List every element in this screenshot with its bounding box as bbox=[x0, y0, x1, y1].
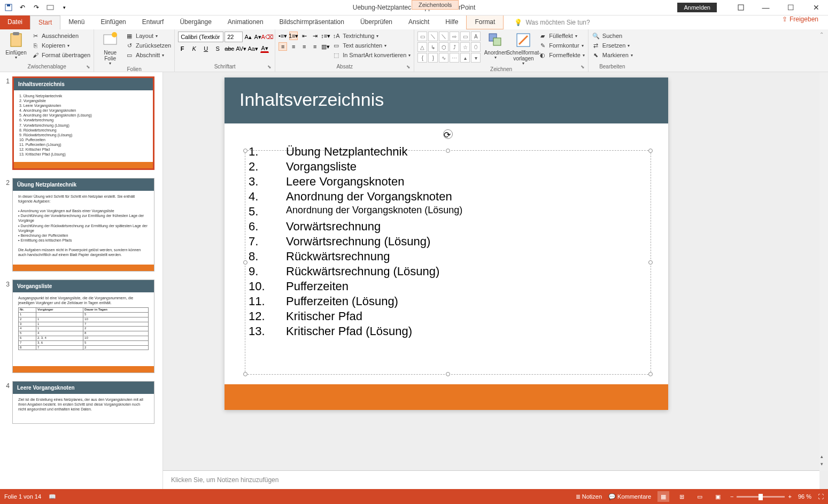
prev-slide-icon[interactable]: ▴ bbox=[821, 454, 827, 460]
section-button[interactable]: ▭Abschnitt▾ bbox=[125, 51, 171, 59]
zoom-out-icon[interactable]: − bbox=[730, 493, 733, 500]
arrange-button[interactable]: Anordnen▾ bbox=[483, 32, 508, 60]
shape-more-icon[interactable]: ⋯ bbox=[450, 53, 459, 63]
resize-handle[interactable] bbox=[648, 372, 653, 376]
char-spacing-icon[interactable]: AV▾ bbox=[237, 44, 245, 53]
align-right-icon[interactable]: ≡ bbox=[300, 42, 308, 51]
shape-effects-button[interactable]: ◐Formeffekte▾ bbox=[538, 51, 585, 59]
format-painter-button[interactable]: 🖌Format übertragen bbox=[31, 51, 90, 59]
shape-brace2-icon[interactable]: } bbox=[428, 53, 438, 63]
shape-callout-icon[interactable]: ⬯ bbox=[471, 42, 481, 52]
shape-fill-button[interactable]: ▰Fülleffekt▾ bbox=[538, 32, 585, 40]
shape-textbox-icon[interactable]: A bbox=[471, 32, 481, 41]
cut-button[interactable]: ✂Ausschneiden bbox=[31, 32, 90, 40]
tab-start[interactable]: Start bbox=[30, 15, 60, 29]
shape-brace-icon[interactable]: { bbox=[417, 53, 427, 63]
tab-design[interactable]: Entwurf bbox=[134, 15, 172, 29]
paste-button[interactable]: Einfügen▾ bbox=[3, 32, 29, 60]
tab-view[interactable]: Ansicht bbox=[400, 15, 437, 29]
shape-outline-button[interactable]: ✎Formkontur▾ bbox=[538, 41, 585, 50]
bullets-icon[interactable]: •≡▾ bbox=[278, 32, 287, 40]
resize-handle[interactable] bbox=[446, 372, 450, 376]
paragraph-launcher-icon[interactable]: ⬊ bbox=[406, 64, 413, 71]
shape-curve2-icon[interactable]: ∿ bbox=[439, 53, 448, 63]
notes-pane[interactable]: Klicken Sie, um Notizen hinzuzufügen bbox=[163, 470, 819, 489]
toc-item[interactable]: 12.Kritischer Pfad bbox=[249, 309, 644, 323]
slide-counter[interactable]: Folie 1 von 14 bbox=[4, 493, 41, 500]
toc-item[interactable]: 8.Rückwärtsrechnung bbox=[249, 250, 644, 263]
align-center-icon[interactable]: ≡ bbox=[289, 42, 298, 51]
shape-rect2-icon[interactable]: ▭ bbox=[460, 32, 470, 41]
font-name-combo[interactable] bbox=[178, 32, 223, 42]
shape-rect-icon[interactable]: ▭ bbox=[417, 32, 427, 41]
shape-line-icon[interactable]: ＼ bbox=[428, 32, 438, 41]
zoom-thumb[interactable] bbox=[759, 494, 763, 500]
reset-button[interactable]: ↺Zurücksetzen bbox=[125, 41, 171, 50]
shapes-gallery[interactable]: ▭＼＼⇨▭A △↳⬡⤴☆⬯ {}∿⋯▴▾ bbox=[417, 32, 481, 63]
strike-icon[interactable]: abc bbox=[225, 44, 234, 53]
drawing-launcher-icon[interactable]: ⬊ bbox=[581, 64, 587, 71]
tab-menu[interactable]: Menü bbox=[60, 15, 92, 29]
smartart-button[interactable]: ⬚In SmartArt konvertieren▾ bbox=[332, 51, 411, 59]
tab-help[interactable]: Hilfe bbox=[437, 15, 466, 29]
undo-icon[interactable]: ↶ bbox=[18, 3, 27, 12]
shape-hex-icon[interactable]: ⬡ bbox=[439, 42, 448, 52]
shadow-icon[interactable]: S bbox=[213, 44, 222, 53]
save-icon[interactable] bbox=[4, 3, 13, 12]
toc-item[interactable]: 1.Übung Netzplantechnik bbox=[249, 145, 644, 159]
toc-item[interactable]: 10.Pufferzeiten bbox=[249, 280, 644, 293]
redo-icon[interactable]: ↷ bbox=[32, 3, 41, 12]
sorter-view-icon[interactable]: ⊞ bbox=[676, 491, 687, 502]
thumb-slide-1[interactable]: Inhaltsverzeichnis 1. Übung Netzplantech… bbox=[12, 76, 154, 170]
dec-indent-icon[interactable]: ⇤ bbox=[300, 32, 308, 40]
maximize-icon[interactable]: ☐ bbox=[779, 0, 803, 15]
bold-icon[interactable]: F bbox=[178, 44, 187, 53]
grow-font-icon[interactable]: A▴ bbox=[244, 33, 252, 41]
toc-item[interactable]: 9.Rückwärtsrechnung (Lösung) bbox=[249, 265, 644, 278]
toc-item[interactable]: 3.Leere Vorgangsknoten bbox=[249, 175, 644, 189]
normal-view-icon[interactable]: ▦ bbox=[657, 491, 669, 502]
toc-item[interactable]: 5.Anordnung der Vorgangsknoten (Lösung) bbox=[249, 205, 644, 219]
shape-connector-icon[interactable]: ↳ bbox=[428, 42, 438, 52]
change-case-icon[interactable]: Aa▾ bbox=[249, 44, 257, 53]
tab-review[interactable]: Überprüfen bbox=[352, 15, 400, 29]
inc-indent-icon[interactable]: ⇥ bbox=[311, 32, 319, 40]
toc-item[interactable]: 6.Vorwärtsrechnung bbox=[249, 220, 644, 234]
select-button[interactable]: ⬉Markieren▾ bbox=[592, 51, 633, 59]
shape-triangle-icon[interactable]: △ bbox=[417, 42, 427, 52]
tab-insert[interactable]: Einfügen bbox=[92, 15, 134, 29]
zoom-level[interactable]: 96 % bbox=[798, 493, 811, 500]
toc-item[interactable]: 11.Pufferzeiten (Lösung) bbox=[249, 294, 644, 308]
new-slide-button[interactable]: Neue Folie▾ bbox=[97, 32, 123, 66]
align-text-button[interactable]: ▭Text ausrichten▾ bbox=[332, 41, 411, 50]
comments-toggle[interactable]: 💬 Kommentare bbox=[608, 493, 651, 500]
justify-icon[interactable]: ≡ bbox=[311, 42, 319, 51]
collapse-ribbon-icon[interactable]: ⌃ bbox=[815, 29, 828, 72]
slide-canvas[interactable]: Inhaltsverzeichnis ⟳ 1.Übung Netzplantec… bbox=[225, 77, 668, 410]
font-launcher-icon[interactable]: ⬊ bbox=[267, 64, 274, 71]
signin-button[interactable]: Anmelden bbox=[677, 3, 717, 12]
thumb-slide-2[interactable]: Übung Netzplantechnik In dieser Übung wi… bbox=[12, 178, 154, 272]
slide-content-list[interactable]: 1.Übung Netzplantechnik2.Vorgangsliste3.… bbox=[225, 123, 668, 345]
layout-button[interactable]: ▦Layout▾ bbox=[125, 32, 171, 40]
close-icon[interactable]: ✕ bbox=[804, 0, 828, 15]
qat-customize-icon[interactable]: ▾ bbox=[60, 3, 68, 12]
share-button[interactable]: ⇪ Freigeben bbox=[782, 15, 818, 23]
tab-file[interactable]: Datei bbox=[0, 15, 30, 29]
numbering-icon[interactable]: 1≡▾ bbox=[289, 32, 298, 40]
toc-item[interactable]: 4.Anordnung der Vorgangsknoten bbox=[249, 190, 644, 204]
copy-button[interactable]: ⎘Kopieren▾ bbox=[31, 41, 90, 50]
quick-styles-button[interactable]: Schnellformat-vorlagen▾ bbox=[510, 32, 536, 66]
columns-icon[interactable]: ▥▾ bbox=[321, 42, 330, 51]
next-slide-icon[interactable]: ▾ bbox=[821, 461, 827, 468]
shape-arrow-icon[interactable]: ⇨ bbox=[450, 32, 459, 41]
clear-formatting-icon[interactable]: A⌫ bbox=[263, 33, 272, 41]
zoom-in-icon[interactable]: + bbox=[788, 493, 791, 500]
spellcheck-icon[interactable]: 📖 bbox=[49, 493, 56, 500]
shape-line2-icon[interactable]: ＼ bbox=[439, 32, 448, 41]
slideshow-view-icon[interactable]: ▣ bbox=[712, 491, 724, 502]
vertical-scrollbar[interactable] bbox=[819, 72, 828, 470]
minimize-icon[interactable]: — bbox=[754, 0, 778, 15]
tab-slideshow[interactable]: Bildschirmpräsentation bbox=[272, 15, 352, 29]
slide-title[interactable]: Inhaltsverzeichnis bbox=[225, 77, 668, 123]
